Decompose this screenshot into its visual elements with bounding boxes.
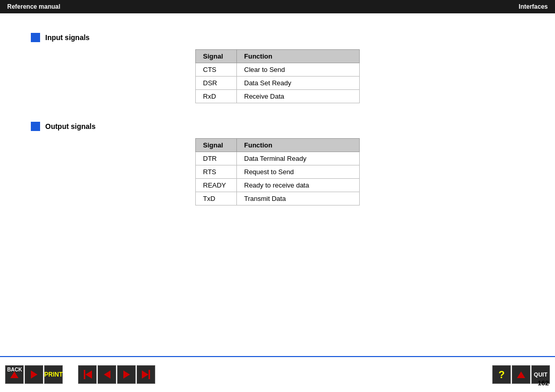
skip-end-button[interactable] xyxy=(137,365,155,384)
header-bar: Reference manual Interfaces xyxy=(0,0,555,13)
output-signals-label: Output signals xyxy=(45,122,96,130)
next-button[interactable] xyxy=(117,365,136,384)
bottom-toolbar: BACK PRINT xyxy=(0,362,555,387)
function-cell: Receive Data xyxy=(237,90,360,103)
function-cell: Clear to Send xyxy=(237,63,360,77)
main-content: Input signals Signal Function CTSClear t… xyxy=(0,13,555,234)
question-mark-icon: ? xyxy=(498,369,505,381)
output-signals-table-wrapper: Signal Function DTRData Terminal ReadyRT… xyxy=(195,138,524,206)
output-col-signal: Signal xyxy=(196,139,237,152)
table-row: RxDReceive Data xyxy=(196,90,360,103)
bottom-separator xyxy=(0,356,555,357)
back-button[interactable]: BACK xyxy=(5,365,24,384)
table-row: DSRData Set Ready xyxy=(196,77,360,90)
table-row: DTRData Terminal Ready xyxy=(196,152,360,165)
input-signals-table-wrapper: Signal Function CTSClear to SendDSRData … xyxy=(195,49,524,103)
signal-cell: READY xyxy=(196,179,237,192)
output-signals-table: Signal Function DTRData Terminal ReadyRT… xyxy=(195,138,360,206)
quit-button[interactable] xyxy=(512,365,530,384)
output-signals-heading: Output signals xyxy=(31,122,524,131)
function-cell: Data Terminal Ready xyxy=(237,152,360,165)
signal-cell: DTR xyxy=(196,152,237,165)
forward-arrow-icon xyxy=(31,370,38,379)
back-label: BACK xyxy=(7,367,22,372)
blue-rect-output xyxy=(31,122,40,131)
signal-cell: RxD xyxy=(196,90,237,103)
signal-cell: CTS xyxy=(196,63,237,77)
table-row: TxDTransmit Data xyxy=(196,192,360,206)
blue-rect-input xyxy=(31,33,40,42)
function-cell: Transmit Data xyxy=(237,192,360,206)
table-row: CTSClear to Send xyxy=(196,63,360,77)
signal-cell: RTS xyxy=(196,165,237,179)
input-signals-section: Input signals Signal Function CTSClear t… xyxy=(31,33,524,103)
print-button[interactable]: PRINT xyxy=(44,365,63,384)
help-button[interactable]: ? xyxy=(492,365,511,384)
skip-end-icon xyxy=(142,370,151,379)
function-cell: Data Set Ready xyxy=(237,77,360,90)
page-number: 162 xyxy=(538,379,549,387)
skip-start-icon xyxy=(83,370,92,379)
function-cell: Ready to receive data xyxy=(237,179,360,192)
forward-button[interactable] xyxy=(25,365,43,384)
function-cell: Request to Send xyxy=(237,165,360,179)
output-table-header-row: Signal Function xyxy=(196,139,360,152)
output-col-function: Function xyxy=(237,139,360,152)
input-col-function: Function xyxy=(237,50,360,63)
input-signals-table: Signal Function CTSClear to SendDSRData … xyxy=(195,49,360,103)
header-right: Interfaces xyxy=(519,3,548,10)
input-table-header-row: Signal Function xyxy=(196,50,360,63)
print-label: PRINT xyxy=(44,371,63,378)
quit-label: QUIT xyxy=(534,371,547,378)
quit-up-arrow-icon xyxy=(517,371,525,378)
left-nav-group: BACK PRINT xyxy=(5,365,63,384)
signal-cell: DSR xyxy=(196,77,237,90)
table-row: RTSRequest to Send xyxy=(196,165,360,179)
input-signals-heading: Input signals xyxy=(31,33,524,42)
input-signals-label: Input signals xyxy=(45,33,89,42)
header-left: Reference manual xyxy=(7,3,60,10)
output-signals-section: Output signals Signal Function DTRData T… xyxy=(31,122,524,206)
signal-cell: TxD xyxy=(196,192,237,206)
input-col-signal: Signal xyxy=(196,50,237,63)
prev-arrow-icon xyxy=(104,370,110,379)
table-row: READYReady to receive data xyxy=(196,179,360,192)
prev-button[interactable] xyxy=(98,365,116,384)
center-nav-group xyxy=(78,365,155,384)
next-arrow-icon xyxy=(123,370,130,379)
skip-start-button[interactable] xyxy=(78,365,97,384)
